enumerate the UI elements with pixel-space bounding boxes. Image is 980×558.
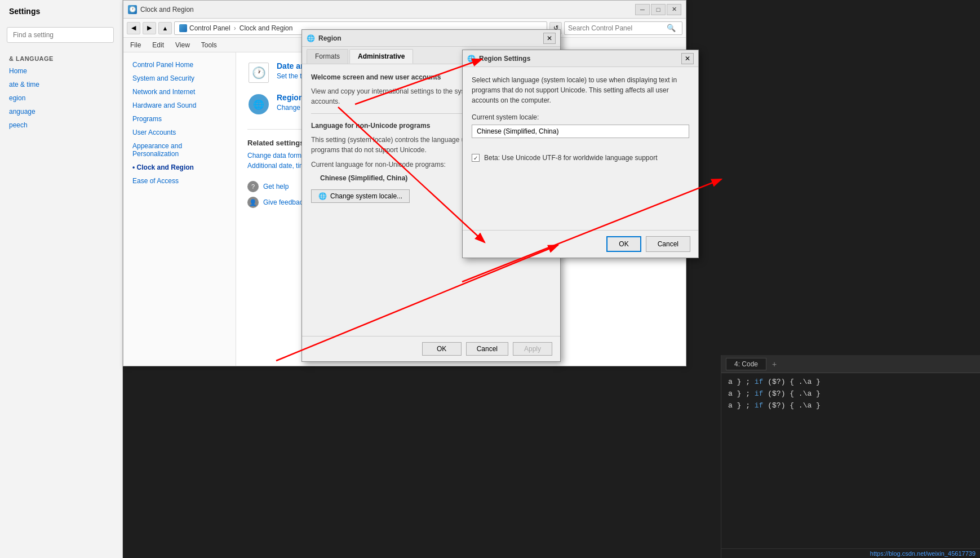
- settings-search-input[interactable]: [7, 27, 114, 43]
- menu-file[interactable]: File: [128, 40, 143, 50]
- rs-locale-dropdown[interactable]: Chinese (Simplified, China) English (Uni…: [472, 125, 689, 138]
- rs-close-btn[interactable]: ✕: [681, 53, 694, 64]
- menu-tools[interactable]: Tools: [199, 40, 219, 50]
- cp-titlebar: 🕐 Clock and Region ─ □ ✕: [123, 1, 686, 19]
- code-text-2: a } ; if ($?) { .\a }: [728, 389, 821, 398]
- rs-cancel-btn[interactable]: Cancel: [646, 236, 690, 252]
- region-icon-container: 🌐: [247, 93, 270, 116]
- get-help-label: Get help: [263, 183, 289, 191]
- change-locale-icon: 🌐: [318, 192, 327, 200]
- search-icon: 🔍: [667, 24, 676, 32]
- path-icon: [179, 24, 187, 32]
- menu-edit[interactable]: Edit: [150, 40, 166, 50]
- cp-titlebar-controls: ─ □ ✕: [635, 4, 681, 15]
- cp-window-title: Clock and Region: [140, 6, 194, 14]
- unicode-checkbox[interactable]: ✓: [472, 154, 480, 162]
- code-text-1: a } ; if ($?) { .\a }: [728, 378, 821, 386]
- region-apply-btn[interactable]: Apply: [513, 342, 552, 356]
- rs-titlebar: 🌐 Region Settings ✕: [463, 50, 698, 67]
- crumb-cp[interactable]: Control Panel: [189, 24, 230, 32]
- settings-title: Settings: [0, 0, 122, 23]
- code-line-3: a } ; if ($?) { .\a }: [728, 401, 973, 410]
- code-line-2: a } ; if ($?) { .\a }: [728, 389, 973, 398]
- forward-button[interactable]: ▶: [143, 22, 156, 34]
- cp-search-input[interactable]: [568, 24, 667, 32]
- code-panel: 4: Code + a } ; if ($?) { .\a } a } ; if…: [721, 355, 980, 558]
- region-dialog-buttons: OK Cancel Apply: [302, 336, 560, 361]
- code-text-3: a } ; if ($?) { .\a }: [728, 401, 821, 410]
- unicode-checkbox-label: Beta: Use Unicode UTF-8 for worldwide la…: [484, 154, 658, 162]
- settings-section-header: & Language: [0, 47, 122, 64]
- settings-sidebar: Settings & Language Home ate & time egio…: [0, 0, 123, 558]
- give-feedback-label: Give feedback: [263, 198, 307, 206]
- sidebar-cp-home[interactable]: Control Panel Home: [123, 58, 236, 72]
- rs-content: Select which language (system locale) to…: [463, 67, 698, 179]
- rs-title-icon: 🌐: [467, 55, 476, 63]
- code-statusbar: https://blog.csdn.net/weixin_45617739: [721, 548, 980, 558]
- code-tab[interactable]: 4: Code: [726, 358, 766, 370]
- region-dialog-icon: 🌐: [307, 34, 315, 42]
- region-dialog-close[interactable]: ✕: [543, 33, 556, 44]
- cp-search-box: 🔍: [564, 21, 682, 35]
- give-feedback-icon: 👤: [247, 197, 259, 208]
- menu-view[interactable]: View: [173, 40, 192, 50]
- back-button[interactable]: ◀: [127, 22, 140, 34]
- code-panel-header: 4: Code +: [721, 355, 980, 373]
- date-time-icon: 🕐: [247, 61, 270, 84]
- rs-ok-btn[interactable]: OK: [606, 236, 641, 252]
- change-system-locale-btn[interactable]: 🌐 Change system locale...: [311, 189, 410, 203]
- cp-nav-sidebar: Control Panel Home System and Security N…: [123, 52, 236, 366]
- region-ok-btn[interactable]: OK: [422, 342, 462, 356]
- sidebar-item-home[interactable]: Home: [0, 64, 122, 78]
- close-button[interactable]: ✕: [667, 4, 681, 15]
- add-tab-btn[interactable]: +: [769, 360, 780, 369]
- clock-icon-img: 🕐: [249, 63, 269, 83]
- change-locale-label: Change system locale...: [330, 192, 402, 200]
- clock-region-icon: 🕐: [128, 5, 137, 14]
- rs-btn-row: OK Cancel: [463, 230, 698, 258]
- region-settings-dialog: 🌐 Region Settings ✕ Select which languag…: [462, 50, 699, 258]
- get-help-icon: ?: [247, 181, 259, 192]
- tab-administrative[interactable]: Administrative: [349, 49, 413, 64]
- sidebar-item-speech[interactable]: peech: [0, 118, 122, 132]
- rs-checkbox-row: ✓ Beta: Use Unicode UTF-8 for worldwide …: [472, 154, 689, 162]
- crumb-clock-region[interactable]: Clock and Region: [240, 24, 293, 32]
- region-dialog-title: 🌐 Region: [307, 34, 342, 42]
- cp-titlebar-left: 🕐 Clock and Region: [128, 5, 194, 14]
- crumb-sep: ›: [234, 24, 236, 32]
- sidebar-network-internet[interactable]: Network and Internet: [123, 85, 236, 99]
- region-dialog-titlebar: 🌐 Region ✕: [302, 30, 560, 47]
- rs-locale-label: Current system locale:: [472, 113, 689, 121]
- status-url: https://blog.csdn.net/weixin_45617739: [870, 550, 975, 557]
- rs-title: 🌐 Region Settings: [467, 55, 530, 63]
- code-lines: a } ; if ($?) { .\a } a } ; if ($?) { .\…: [721, 373, 980, 418]
- sidebar-item-region[interactable]: egion: [0, 91, 122, 105]
- sidebar-user-accounts[interactable]: User Accounts: [123, 126, 236, 139]
- maximize-button[interactable]: □: [651, 4, 666, 15]
- sidebar-item-date-time[interactable]: ate & time: [0, 78, 122, 91]
- sidebar-appearance[interactable]: Appearance and Personalization: [123, 139, 236, 161]
- sidebar-programs[interactable]: Programs: [123, 112, 236, 126]
- region-cancel-btn[interactable]: Cancel: [466, 342, 508, 356]
- sidebar-ease-access[interactable]: Ease of Access: [123, 174, 236, 188]
- rs-description: Select which language (system locale) to…: [472, 75, 689, 105]
- rs-dropdown-wrapper: Chinese (Simplified, China) English (Uni…: [472, 125, 689, 146]
- sidebar-item-language[interactable]: anguage: [0, 105, 122, 118]
- sidebar-clock-region[interactable]: Clock and Region: [123, 161, 236, 174]
- sidebar-system-security[interactable]: System and Security: [123, 72, 236, 85]
- sidebar-hardware-sound[interactable]: Hardware and Sound: [123, 99, 236, 112]
- region-title[interactable]: Region: [277, 93, 303, 102]
- up-button[interactable]: ▲: [158, 22, 172, 34]
- checkbox-checkmark: ✓: [473, 155, 478, 161]
- minimize-button[interactable]: ─: [635, 4, 650, 15]
- region-icon-img: 🌐: [249, 94, 269, 114]
- tab-formats[interactable]: Formats: [307, 49, 348, 64]
- code-line-1: a } ; if ($?) { .\a }: [728, 378, 973, 386]
